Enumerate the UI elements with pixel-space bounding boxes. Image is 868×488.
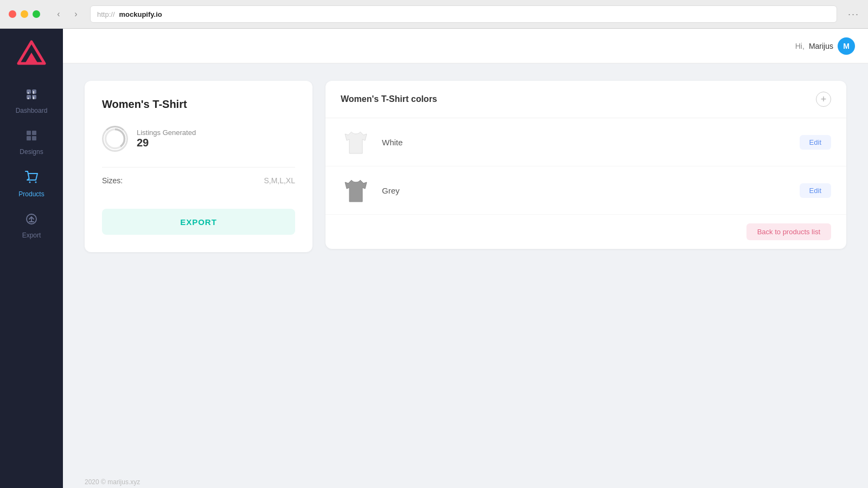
user-avatar: M [838,37,855,55]
export-icon [25,213,37,228]
footer-text: 2020 © marijus.xyz [85,478,140,486]
edit-white-button[interactable]: Edit [800,135,831,150]
svg-marker-1 [25,53,38,63]
tshirt-preview-white [341,127,371,157]
sidebar-item-export[interactable]: Export [0,206,63,247]
svg-rect-2 [27,89,31,94]
svg-point-15 [35,182,37,183]
minimize-button[interactable] [21,10,28,18]
back-nav-button[interactable]: ‹ [51,7,66,22]
dashboard-label: Dashboard [16,107,48,114]
browser-titlebar: ‹ › http:// mockupify.io ··· [0,0,868,28]
sidebar-item-designs[interactable]: Designs [0,122,63,163]
colors-title: Women's T-Shirt colors [341,94,437,104]
colors-card: Women's T-Shirt colors + White Edit [326,81,846,249]
content-area: Women's T-Shirt Listings Generated 29 [63,63,868,472]
listings-count: 29 [137,137,196,149]
greeting-text: Hi, [795,42,805,50]
svg-point-14 [29,182,31,183]
main-footer: 2020 © marijus.xyz [63,472,868,488]
products-icon [25,171,38,187]
colors-footer: Back to products list [326,215,846,249]
listings-info: Listings Generated 29 [137,129,196,149]
products-label: Products [18,190,44,198]
svg-rect-11 [32,131,36,135]
color-item-white: White Edit [326,118,846,166]
svg-rect-12 [27,136,31,140]
traffic-lights [9,10,40,18]
sizes-value: S,M,L,XL [264,176,295,185]
svg-rect-5 [32,95,36,99]
export-label: Export [22,232,41,239]
dashboard-icon [25,88,37,104]
tshirt-preview-grey [341,175,371,206]
designs-label: Designs [20,148,43,156]
colors-header: Women's T-Shirt colors + [326,81,846,118]
username-text: Marijus [809,42,833,50]
maximize-button[interactable] [33,10,40,18]
close-button[interactable] [9,10,16,18]
listings-section: Listings Generated 29 [102,126,295,152]
listings-label: Listings Generated [137,129,196,137]
svg-rect-4 [27,95,31,99]
sidebar-item-products[interactable]: Products [0,163,63,206]
product-card: Women's T-Shirt Listings Generated 29 [85,81,312,252]
svg-line-16 [28,174,29,178]
browser-menu-dots[interactable]: ··· [848,9,859,20]
url-domain: mockupify.io [119,10,162,18]
main-header: Hi, Marijus M [63,29,868,63]
listings-chart [102,126,128,152]
browser-nav: ‹ › [51,7,84,22]
designs-icon [25,130,37,145]
color-name-grey: Grey [382,186,789,195]
sidebar: Dashboard Designs [0,29,63,488]
svg-rect-13 [32,136,36,140]
forward-nav-button[interactable]: › [68,7,84,22]
sidebar-logo [0,29,63,76]
svg-rect-3 [32,89,36,94]
sizes-label: Sizes: [102,176,123,185]
sizes-row: Sizes: S,M,L,XL [102,167,295,194]
url-protocol: http:// [97,10,115,18]
main-content: Hi, Marijus M Women's T-Shirt [63,29,868,488]
add-color-button[interactable]: + [816,92,831,107]
svg-rect-10 [27,131,31,135]
color-item-grey: Grey Edit [326,166,846,215]
product-title: Women's T-Shirt [102,98,295,111]
back-to-products-button[interactable]: Back to products list [746,223,831,240]
sidebar-item-dashboard[interactable]: Dashboard [0,81,63,122]
edit-grey-button[interactable]: Edit [800,183,831,198]
export-button[interactable]: EXPORT [102,209,295,235]
user-info: Hi, Marijus M [795,37,855,55]
color-name-white: White [382,138,789,147]
address-bar[interactable]: http:// mockupify.io [90,5,837,23]
